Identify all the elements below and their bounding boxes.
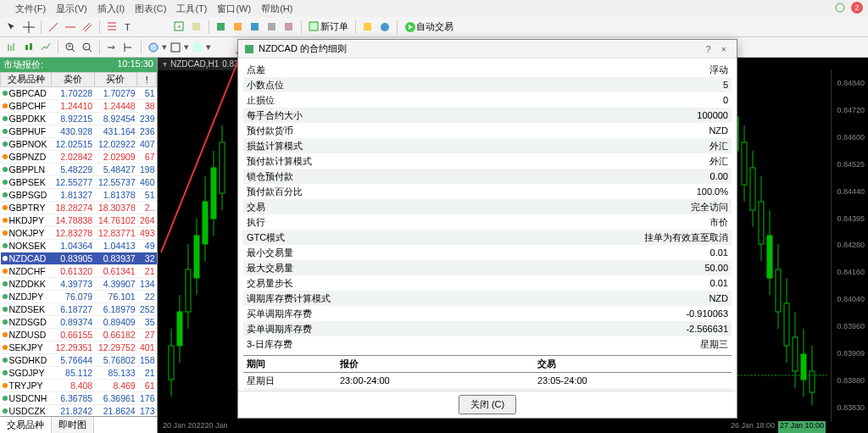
menu-item[interactable]: 帮助(H) <box>261 3 292 15</box>
table-row[interactable]: NZDUSD0.661550.6618227 <box>1 329 157 341</box>
svg-text:+: + <box>177 23 181 31</box>
dialog-titlebar[interactable]: NZDCAD 的合约细则 ? × <box>238 40 737 58</box>
zoom-in-icon[interactable]: + <box>64 42 76 53</box>
specification-dialog[interactable]: NZDCAD 的合约细则 ? × 点差浮动小数点位5止损位0每手合约大小1000… <box>237 39 737 419</box>
new-chart-icon[interactable]: + <box>174 21 186 33</box>
svg-rect-28 <box>186 269 191 312</box>
chart-tab-extra: 0.83 <box>222 59 238 69</box>
table-row[interactable]: GBPNZD2.028422.0290967 <box>1 151 157 164</box>
auto-scroll-icon[interactable] <box>106 42 118 53</box>
table-row[interactable]: TRYJPY8.4088.46961 <box>1 380 157 392</box>
table-row[interactable]: GBPNOK12.0251512.02922407 <box>1 138 157 151</box>
svg-rect-42 <box>750 168 755 210</box>
autotrade-button[interactable]: 自动交易 <box>401 19 457 36</box>
table-row[interactable]: NZDCHF0.613200.6134121 <box>1 265 157 278</box>
menu-item[interactable]: 窗口(W) <box>217 3 251 15</box>
table-row[interactable]: GBPSGD1.813271.8137851 <box>1 189 157 202</box>
text-icon[interactable]: T <box>123 21 135 33</box>
market-watch-icon[interactable] <box>215 21 227 33</box>
table-row[interactable]: GBPTRY18.2827418.303782.. <box>1 202 157 214</box>
navigator-icon[interactable] <box>249 21 261 33</box>
zoom-out-icon[interactable]: - <box>81 42 93 53</box>
table-row[interactable]: USDCNH6.367856.36961176 <box>1 392 157 405</box>
column-header[interactable]: ! <box>137 73 157 87</box>
line-chart-icon[interactable] <box>40 42 52 53</box>
notification-badge[interactable]: 2 <box>851 2 863 14</box>
market-watch-panel[interactable]: 市场报价: 10:15:30 交易品种卖价买价! GBPCAD1.702281.… <box>0 58 158 433</box>
hline-icon[interactable] <box>64 21 76 33</box>
table-row[interactable]: NZDCAD0.839050.8393732 <box>1 253 157 265</box>
x-label: 27 Jan 10:00 <box>778 421 826 433</box>
spec-row: 预付款货币NZD <box>243 123 732 138</box>
meta-editor-icon[interactable] <box>362 21 374 33</box>
menu-item[interactable]: 显示(V) <box>56 3 87 15</box>
dialog-title-text: NZDCAD 的合约细则 <box>259 42 347 55</box>
y-tick: 0.84280 <box>832 241 868 249</box>
options-icon[interactable] <box>379 21 391 33</box>
profile-icon[interactable] <box>191 21 203 33</box>
svg-text:+: + <box>68 43 71 49</box>
right-indicators: 2 <box>834 2 863 14</box>
svg-rect-10 <box>309 22 318 31</box>
spec-row: 买单调期库存费-0.910063 <box>243 306 732 321</box>
table-row[interactable]: NZDJPY76.07976.10122 <box>1 291 157 303</box>
spec-row: 执行市价 <box>243 214 732 230</box>
data-window-icon[interactable] <box>232 21 244 33</box>
table-row[interactable]: SEKJPY12.2935112.29752401 <box>1 341 157 354</box>
table-row[interactable]: SGDJPY85.11285.13321 <box>1 367 157 380</box>
table-row[interactable]: GBPCHF1.244101.2444838 <box>1 100 157 113</box>
market-watch-tabs[interactable]: 交易品种 即时图 <box>0 416 157 433</box>
line-icon[interactable] <box>47 21 59 33</box>
menu-item[interactable]: 工具(T) <box>176 3 207 15</box>
table-row[interactable]: NZDSEK6.187276.18979252 <box>1 303 157 316</box>
table-row[interactable]: GBPPLN5.482295.48427198 <box>1 164 157 176</box>
table-row[interactable]: NOKSEK1.043641.0441349 <box>1 240 157 253</box>
table-row[interactable]: HKDJPY14.7883814.76102264 <box>1 214 157 227</box>
cursor-icon[interactable] <box>6 21 18 33</box>
table-row[interactable]: USDCZK21.824221.8624173 <box>1 405 157 417</box>
close-dialog-button[interactable]: 关闭 (C) <box>459 395 516 414</box>
tab-tick-chart[interactable]: 即时图 <box>52 417 94 433</box>
fib-icon[interactable] <box>106 21 118 33</box>
svg-rect-48 <box>776 269 781 312</box>
channel-icon[interactable] <box>81 21 93 33</box>
crosshair-icon[interactable] <box>23 21 35 33</box>
menu-item[interactable]: 图表(C) <box>135 3 166 15</box>
tab-symbols[interactable]: 交易品种 <box>0 417 52 433</box>
y-tick: 0.83880 <box>832 376 868 385</box>
menu-item[interactable]: 文件(F) <box>15 3 46 15</box>
svg-rect-7 <box>251 23 259 31</box>
help-button[interactable]: ? <box>700 44 715 54</box>
dialog-body[interactable]: 点差浮动小数点位5止损位0每手合约大小100000预付款货币NZD损益计算模式外… <box>238 58 737 391</box>
svg-text:-: - <box>85 43 87 49</box>
close-button[interactable]: × <box>716 44 732 54</box>
market-watch-table[interactable]: 交易品种卖价买价! GBPCAD1.702281.7027951GBPCHF1.… <box>0 72 157 416</box>
column-header[interactable]: 交易品种 <box>1 73 52 87</box>
chart-shift-icon[interactable] <box>123 42 135 53</box>
column-header[interactable]: 买价 <box>94 73 137 87</box>
table-row[interactable]: NOKJPY12.8327812.83771493 <box>1 227 157 240</box>
y-tick: 0.84395 <box>832 214 868 223</box>
table-row[interactable]: NZDDKK4.397734.39907134 <box>1 278 157 291</box>
table-row[interactable]: GBPSEK12.5527712.55737460 <box>1 176 157 189</box>
table-row[interactable]: SGDHKD5.766445.76802158 <box>1 354 157 367</box>
periods-icon[interactable] <box>170 42 181 53</box>
terminal-icon[interactable] <box>266 21 278 33</box>
indicators-icon[interactable] <box>147 42 159 53</box>
new-order-button[interactable]: 新订单 <box>305 19 352 36</box>
column-header[interactable]: 卖价 <box>52 73 95 87</box>
table-row[interactable]: GBPDKK8.922158.92454239 <box>1 113 157 125</box>
spec-row: 每手合约大小100000 <box>243 108 732 123</box>
bar-chart-icon[interactable] <box>6 42 18 53</box>
column-header: 交易 <box>534 356 732 373</box>
table-row[interactable]: GBPHUF430.928431.164236 <box>1 125 157 138</box>
templates-icon[interactable] <box>192 42 203 53</box>
table-row[interactable]: GBPCAD1.702281.7027951 <box>1 87 157 100</box>
chart-tab[interactable]: ▾ NZDCAD,H1 0.83 <box>158 58 244 70</box>
toolbar-primary[interactable]: T + 新订单 自动交易 <box>0 17 868 37</box>
table-row[interactable]: NZDSGD0.893740.8940935 <box>1 316 157 329</box>
tester-icon[interactable] <box>283 21 295 33</box>
candle-chart-icon[interactable] <box>23 42 35 53</box>
menubar[interactable]: 文件(F)显示(V)插入(I)图表(C)工具(T)窗口(W)帮助(H) <box>0 0 868 17</box>
menu-item[interactable]: 插入(I) <box>97 3 125 15</box>
